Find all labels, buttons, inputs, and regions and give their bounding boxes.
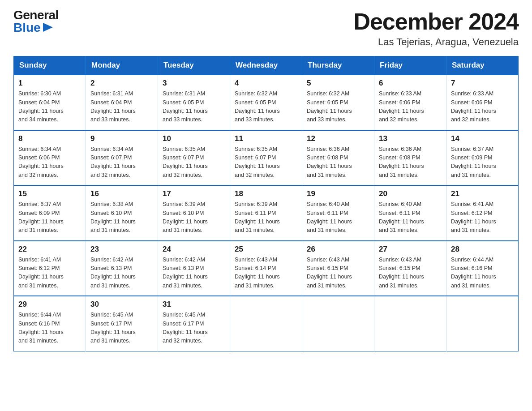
day-number: 16 [90, 189, 153, 198]
calendar-cell: 16Sunrise: 6:38 AMSunset: 6:10 PMDayligh… [86, 185, 158, 241]
calendar-cell: 10Sunrise: 6:35 AMSunset: 6:07 PMDayligh… [158, 130, 230, 186]
logo-blue-text: Blue [13, 21, 53, 34]
page-header: General Blue December 2024 Las Tejerias,… [13, 9, 519, 48]
calendar-cell: 12Sunrise: 6:36 AMSunset: 6:08 PMDayligh… [302, 130, 374, 186]
calendar-cell [302, 296, 374, 351]
day-number: 5 [307, 79, 369, 88]
calendar-cell: 1Sunrise: 6:30 AMSunset: 6:04 PMDaylight… [14, 75, 86, 130]
day-info: Sunrise: 6:38 AMSunset: 6:10 PMDaylight:… [90, 200, 153, 235]
day-info: Sunrise: 6:43 AMSunset: 6:15 PMDaylight:… [379, 256, 442, 291]
calendar-cell: 4Sunrise: 6:32 AMSunset: 6:05 PMDaylight… [230, 75, 302, 130]
calendar-cell: 19Sunrise: 6:40 AMSunset: 6:11 PMDayligh… [302, 185, 374, 241]
calendar-cell: 22Sunrise: 6:41 AMSunset: 6:12 PMDayligh… [14, 241, 86, 296]
calendar-week-row: 22Sunrise: 6:41 AMSunset: 6:12 PMDayligh… [14, 241, 519, 296]
day-number: 12 [307, 134, 369, 143]
logo-general-text: General [13, 9, 59, 21]
calendar-table: SundayMondayTuesdayWednesdayThursdayFrid… [13, 56, 519, 351]
day-number: 4 [235, 79, 297, 88]
day-number: 25 [235, 245, 297, 254]
calendar-week-row: 15Sunrise: 6:37 AMSunset: 6:09 PMDayligh… [14, 185, 519, 241]
day-number: 1 [18, 79, 81, 88]
day-number: 7 [451, 79, 514, 88]
day-number: 27 [379, 245, 442, 254]
calendar-cell [446, 296, 519, 351]
calendar-cell [374, 296, 446, 351]
day-info: Sunrise: 6:30 AMSunset: 6:04 PMDaylight:… [18, 90, 81, 124]
page-title: December 2024 [353, 9, 519, 34]
calendar-cell [230, 296, 302, 351]
calendar-cell: 6Sunrise: 6:33 AMSunset: 6:06 PMDaylight… [374, 75, 446, 130]
calendar-week-row: 29Sunrise: 6:44 AMSunset: 6:16 PMDayligh… [14, 296, 519, 351]
day-info: Sunrise: 6:42 AMSunset: 6:13 PMDaylight:… [163, 256, 225, 291]
day-number: 13 [379, 134, 442, 143]
day-number: 29 [18, 300, 81, 309]
day-info: Sunrise: 6:37 AMSunset: 6:09 PMDaylight:… [18, 200, 81, 235]
calendar-cell: 5Sunrise: 6:32 AMSunset: 6:05 PMDaylight… [302, 75, 374, 130]
calendar-cell: 30Sunrise: 6:45 AMSunset: 6:17 PMDayligh… [86, 296, 158, 351]
calendar-cell: 14Sunrise: 6:37 AMSunset: 6:09 PMDayligh… [446, 130, 519, 186]
day-info: Sunrise: 6:32 AMSunset: 6:05 PMDaylight:… [235, 90, 297, 124]
day-number: 22 [18, 245, 81, 254]
day-info: Sunrise: 6:31 AMSunset: 6:04 PMDaylight:… [90, 90, 153, 124]
day-info: Sunrise: 6:36 AMSunset: 6:08 PMDaylight:… [307, 145, 369, 180]
day-number: 18 [235, 189, 297, 198]
calendar-cell: 7Sunrise: 6:33 AMSunset: 6:06 PMDaylight… [446, 75, 519, 130]
calendar-header-row: SundayMondayTuesdayWednesdayThursdayFrid… [14, 56, 519, 75]
day-info: Sunrise: 6:44 AMSunset: 6:16 PMDaylight:… [18, 311, 81, 346]
calendar-cell: 18Sunrise: 6:39 AMSunset: 6:11 PMDayligh… [230, 185, 302, 241]
calendar-cell: 21Sunrise: 6:41 AMSunset: 6:12 PMDayligh… [446, 185, 519, 241]
day-info: Sunrise: 6:41 AMSunset: 6:12 PMDaylight:… [18, 256, 81, 291]
day-info: Sunrise: 6:44 AMSunset: 6:16 PMDaylight:… [451, 256, 514, 291]
day-info: Sunrise: 6:45 AMSunset: 6:17 PMDaylight:… [163, 311, 225, 346]
header-friday: Friday [374, 56, 446, 75]
day-info: Sunrise: 6:37 AMSunset: 6:09 PMDaylight:… [451, 145, 514, 180]
svg-marker-0 [43, 23, 53, 32]
day-number: 10 [163, 134, 225, 143]
day-number: 8 [18, 134, 81, 143]
calendar-cell: 25Sunrise: 6:43 AMSunset: 6:14 PMDayligh… [230, 241, 302, 296]
calendar-cell: 3Sunrise: 6:31 AMSunset: 6:05 PMDaylight… [158, 75, 230, 130]
day-info: Sunrise: 6:41 AMSunset: 6:12 PMDaylight:… [451, 200, 514, 235]
calendar-cell: 27Sunrise: 6:43 AMSunset: 6:15 PMDayligh… [374, 241, 446, 296]
day-info: Sunrise: 6:39 AMSunset: 6:11 PMDaylight:… [235, 200, 297, 235]
day-number: 3 [163, 79, 225, 88]
header-monday: Monday [86, 56, 158, 75]
title-block: December 2024 Las Tejerias, Aragua, Vene… [353, 9, 519, 48]
calendar-cell: 23Sunrise: 6:42 AMSunset: 6:13 PMDayligh… [86, 241, 158, 296]
day-number: 17 [163, 189, 225, 198]
day-number: 21 [451, 189, 514, 198]
calendar-cell: 31Sunrise: 6:45 AMSunset: 6:17 PMDayligh… [158, 296, 230, 351]
day-info: Sunrise: 6:32 AMSunset: 6:05 PMDaylight:… [307, 90, 369, 124]
calendar-cell: 24Sunrise: 6:42 AMSunset: 6:13 PMDayligh… [158, 241, 230, 296]
header-wednesday: Wednesday [230, 56, 302, 75]
day-info: Sunrise: 6:40 AMSunset: 6:11 PMDaylight:… [307, 200, 369, 235]
day-number: 26 [307, 245, 369, 254]
day-info: Sunrise: 6:34 AMSunset: 6:06 PMDaylight:… [18, 145, 81, 180]
day-number: 2 [90, 79, 153, 88]
header-sunday: Sunday [14, 56, 86, 75]
day-number: 14 [451, 134, 514, 143]
day-number: 23 [90, 245, 153, 254]
day-info: Sunrise: 6:34 AMSunset: 6:07 PMDaylight:… [90, 145, 153, 180]
day-info: Sunrise: 6:43 AMSunset: 6:15 PMDaylight:… [307, 256, 369, 291]
day-info: Sunrise: 6:42 AMSunset: 6:13 PMDaylight:… [90, 256, 153, 291]
day-number: 9 [90, 134, 153, 143]
calendar-cell: 17Sunrise: 6:39 AMSunset: 6:10 PMDayligh… [158, 185, 230, 241]
calendar-cell: 20Sunrise: 6:40 AMSunset: 6:11 PMDayligh… [374, 185, 446, 241]
day-number: 31 [163, 300, 225, 309]
header-saturday: Saturday [446, 56, 519, 75]
day-info: Sunrise: 6:35 AMSunset: 6:07 PMDaylight:… [163, 145, 225, 180]
day-number: 24 [163, 245, 225, 254]
calendar-cell: 28Sunrise: 6:44 AMSunset: 6:16 PMDayligh… [446, 241, 519, 296]
calendar-cell: 9Sunrise: 6:34 AMSunset: 6:07 PMDaylight… [86, 130, 158, 186]
day-info: Sunrise: 6:40 AMSunset: 6:11 PMDaylight:… [379, 200, 442, 235]
calendar-cell: 29Sunrise: 6:44 AMSunset: 6:16 PMDayligh… [14, 296, 86, 351]
calendar-week-row: 1Sunrise: 6:30 AMSunset: 6:04 PMDaylight… [14, 75, 519, 130]
day-number: 20 [379, 189, 442, 198]
header-thursday: Thursday [302, 56, 374, 75]
day-number: 19 [307, 189, 369, 198]
page-subtitle: Las Tejerias, Aragua, Venezuela [353, 36, 519, 48]
day-number: 30 [90, 300, 153, 309]
calendar-cell: 13Sunrise: 6:36 AMSunset: 6:08 PMDayligh… [374, 130, 446, 186]
day-number: 28 [451, 245, 514, 254]
